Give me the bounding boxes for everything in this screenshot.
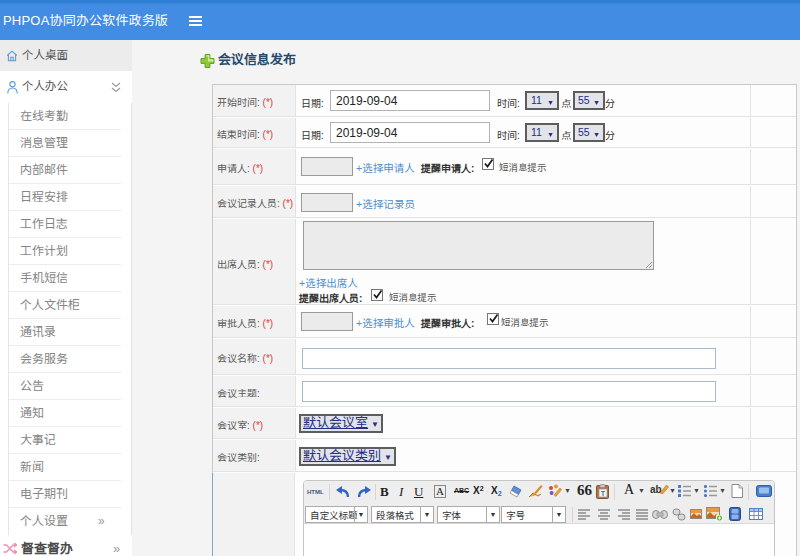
svg-text:T: T: [601, 490, 606, 497]
